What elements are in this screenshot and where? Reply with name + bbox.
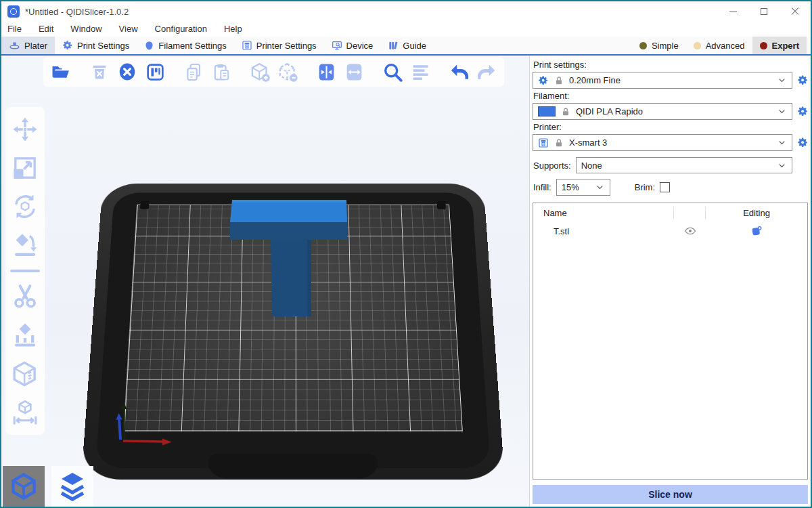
- rotate-tool-button[interactable]: [11, 192, 39, 221]
- infill-select[interactable]: 15%: [556, 179, 610, 196]
- column-name: Name: [533, 208, 673, 218]
- menu-configuration[interactable]: Configuration: [155, 24, 207, 34]
- viewport-3d[interactable]: [1, 56, 529, 507]
- tab-plater[interactable]: Plater: [1, 37, 55, 54]
- move-tool-button[interactable]: [11, 115, 39, 144]
- edit-print-settings-button[interactable]: [796, 73, 809, 88]
- supports-label: Supports:: [533, 161, 571, 171]
- minimize-button[interactable]: [717, 1, 748, 22]
- filament-label: Filament:: [533, 91, 809, 101]
- delete-button[interactable]: [89, 61, 110, 83]
- editor-view-button[interactable]: [3, 466, 45, 507]
- redo-button[interactable]: [476, 61, 497, 83]
- maximize-button[interactable]: [748, 1, 780, 22]
- build-plate: [81, 184, 505, 480]
- tab-bar: Plater Print Settings Filament Settings …: [1, 37, 811, 56]
- filament-color-swatch: [538, 106, 556, 117]
- tab-printer-settings-label: Printer Settings: [256, 41, 317, 51]
- cube-3d-icon: [9, 471, 39, 501]
- mode-expert[interactable]: Expert: [752, 37, 807, 54]
- mode-advanced[interactable]: Advanced: [686, 37, 752, 54]
- printer-label: Printer:: [533, 122, 809, 132]
- close-icon: [791, 7, 799, 16]
- mode-expert-label: Expert: [772, 41, 799, 51]
- cut-icon: [12, 283, 39, 310]
- gear-icon: [538, 73, 549, 88]
- menu-window[interactable]: Window: [70, 24, 102, 34]
- edit-filament-button[interactable]: [796, 104, 809, 119]
- chevron-down-icon: [777, 106, 787, 117]
- gear-icon: [797, 75, 809, 86]
- search-button[interactable]: [382, 61, 403, 83]
- chevron-down-icon: [777, 137, 787, 148]
- print-settings-value: 0.20mm Fine: [569, 75, 621, 85]
- tab-filament-settings[interactable]: Filament Settings: [137, 37, 233, 54]
- split-to-parts-button[interactable]: [343, 61, 365, 83]
- close-button[interactable]: [780, 1, 811, 22]
- scale-tool-button[interactable]: [11, 154, 39, 182]
- arrange-button[interactable]: [144, 61, 166, 83]
- delete-all-button[interactable]: [116, 61, 138, 83]
- title-bar: *Untitled - QIDISlicer-1.0.2: [1, 1, 811, 22]
- slice-now-button[interactable]: Slice now: [533, 485, 808, 504]
- app-window: *Untitled - QIDISlicer-1.0.2 File Edit W…: [0, 0, 812, 508]
- menu-help[interactable]: Help: [224, 24, 242, 34]
- mode-simple[interactable]: Simple: [632, 37, 686, 54]
- brim-label: Brim:: [635, 182, 655, 192]
- undo-button[interactable]: [448, 61, 470, 83]
- split-to-objects-button[interactable]: [315, 61, 337, 83]
- menu-file[interactable]: File: [7, 24, 22, 34]
- settings-panel: Print settings: 0.20mm Fine Filament: QI…: [529, 56, 811, 507]
- object-list: Name Editing T.stl: [533, 203, 808, 480]
- advanced-mode-dot-icon: [694, 42, 701, 49]
- object-list-header: Name Editing: [533, 203, 807, 222]
- tab-device[interactable]: Device: [324, 37, 381, 54]
- app-logo-icon: [7, 5, 20, 18]
- place-on-face-tool-button[interactable]: [11, 231, 39, 259]
- add-instance-button[interactable]: [249, 61, 271, 83]
- preview-view-button[interactable]: [51, 466, 93, 507]
- plate-clip-left: [140, 201, 149, 209]
- build-plate-grid: [123, 205, 463, 431]
- rotate-icon: [12, 193, 39, 220]
- plate-handle: [208, 454, 378, 479]
- measure-tool-button[interactable]: [11, 398, 39, 427]
- measure-icon: [12, 399, 39, 426]
- remove-instance-button[interactable]: [277, 61, 298, 83]
- paste-button[interactable]: [210, 61, 232, 83]
- filament-select[interactable]: QIDI PLA Rapido: [533, 103, 792, 120]
- gear-icon: [797, 137, 809, 148]
- cut-tool-button[interactable]: [11, 282, 39, 311]
- menu-bar: File Edit Window View Configuration Help: [1, 22, 811, 37]
- tab-print-settings[interactable]: Print Settings: [55, 37, 137, 54]
- printer-icon: [538, 137, 549, 148]
- infill-value: 15%: [562, 182, 579, 192]
- gear-icon: [62, 40, 73, 51]
- print-settings-select[interactable]: 0.20mm Fine: [533, 72, 792, 89]
- open-button[interactable]: [50, 61, 72, 83]
- tool-separator: [10, 270, 40, 272]
- visibility-toggle[interactable]: [675, 225, 706, 237]
- print-settings-label: Print settings:: [533, 60, 809, 70]
- tab-printer-settings[interactable]: Printer Settings: [234, 37, 324, 54]
- object-row-t-stl[interactable]: T.stl: [533, 222, 807, 240]
- eye-icon: [684, 225, 696, 237]
- variable-layer-height-button[interactable]: [409, 61, 431, 83]
- edit-printer-button[interactable]: [796, 135, 809, 150]
- lock-icon: [554, 76, 564, 85]
- seam-tool-button[interactable]: [11, 360, 39, 388]
- place-on-face-icon: [12, 232, 39, 259]
- tab-guide-label: Guide: [403, 41, 426, 51]
- paint-supports-tool-button[interactable]: [11, 321, 39, 350]
- mode-simple-label: Simple: [652, 41, 679, 51]
- simple-mode-dot-icon: [639, 42, 647, 49]
- copy-button[interactable]: [183, 61, 204, 83]
- brim-checkbox[interactable]: [660, 182, 670, 192]
- editing-cell[interactable]: [706, 225, 807, 237]
- window-title: *Untitled - QIDISlicer-1.0.2: [25, 7, 129, 17]
- menu-view[interactable]: View: [119, 24, 138, 34]
- menu-edit[interactable]: Edit: [39, 24, 53, 34]
- supports-select[interactable]: None: [576, 157, 792, 173]
- printer-select[interactable]: X-smart 3: [533, 134, 792, 151]
- tab-guide[interactable]: Guide: [380, 37, 434, 54]
